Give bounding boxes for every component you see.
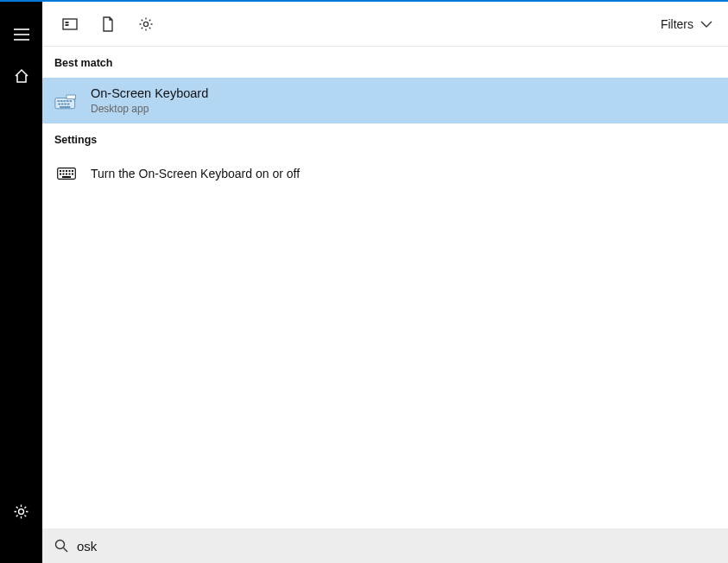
documents-filter-button[interactable] <box>89 5 127 43</box>
document-icon <box>102 16 114 32</box>
svg-rect-27 <box>66 174 67 175</box>
setting-result[interactable]: Turn the On-Screen Keyboard on or off <box>42 155 728 193</box>
svg-rect-17 <box>67 103 70 104</box>
svg-rect-9 <box>58 100 60 102</box>
svg-rect-13 <box>70 100 73 102</box>
svg-rect-30 <box>62 176 71 178</box>
apps-icon <box>62 17 78 31</box>
best-match-heading: Best match <box>42 47 728 78</box>
svg-rect-20 <box>60 170 61 172</box>
home-button[interactable] <box>1 55 42 97</box>
search-results: Best match <box>42 47 728 528</box>
search-input[interactable] <box>77 539 716 554</box>
svg-rect-26 <box>63 174 65 175</box>
home-icon <box>14 68 29 84</box>
osk-app-icon <box>54 91 79 111</box>
search-box[interactable] <box>42 528 728 563</box>
settings-heading: Settings <box>42 123 728 155</box>
svg-rect-28 <box>69 174 71 175</box>
gear-icon <box>138 16 154 32</box>
svg-rect-12 <box>66 100 69 102</box>
svg-rect-5 <box>66 22 68 22</box>
search-icon <box>54 539 68 553</box>
svg-rect-15 <box>61 103 64 104</box>
svg-rect-14 <box>58 103 60 104</box>
filters-label: Filters <box>661 17 693 31</box>
svg-point-7 <box>143 22 148 26</box>
best-match-result[interactable]: On-Screen Keyboard Desktop app <box>42 78 728 123</box>
svg-rect-6 <box>66 24 68 25</box>
svg-rect-16 <box>64 103 66 104</box>
filters-dropdown[interactable]: Filters <box>657 12 716 36</box>
svg-rect-29 <box>72 174 73 175</box>
svg-point-3 <box>19 509 24 514</box>
result-subtitle: Desktop app <box>91 103 208 115</box>
svg-rect-10 <box>60 100 63 102</box>
gear-icon <box>13 503 29 520</box>
keyboard-icon <box>54 163 79 184</box>
result-title: Turn the On-Screen Keyboard on or off <box>91 167 300 181</box>
settings-filter-button[interactable] <box>127 5 165 43</box>
svg-rect-21 <box>63 170 65 172</box>
svg-rect-22 <box>66 170 67 172</box>
svg-rect-23 <box>69 170 71 172</box>
search-toolbar: Filters <box>42 2 728 47</box>
result-title: On-Screen Keyboard <box>91 86 208 101</box>
start-rail <box>0 2 42 563</box>
svg-rect-25 <box>60 174 61 175</box>
menu-button[interactable] <box>1 14 42 55</box>
apps-filter-button[interactable] <box>51 5 89 43</box>
settings-button[interactable] <box>1 490 42 532</box>
svg-line-32 <box>64 548 68 553</box>
svg-rect-24 <box>72 170 73 172</box>
chevron-down-icon <box>700 21 712 28</box>
svg-rect-11 <box>64 100 66 102</box>
svg-rect-4 <box>63 19 77 29</box>
hamburger-icon <box>14 28 29 41</box>
svg-point-31 <box>56 541 65 549</box>
svg-rect-18 <box>60 106 70 108</box>
